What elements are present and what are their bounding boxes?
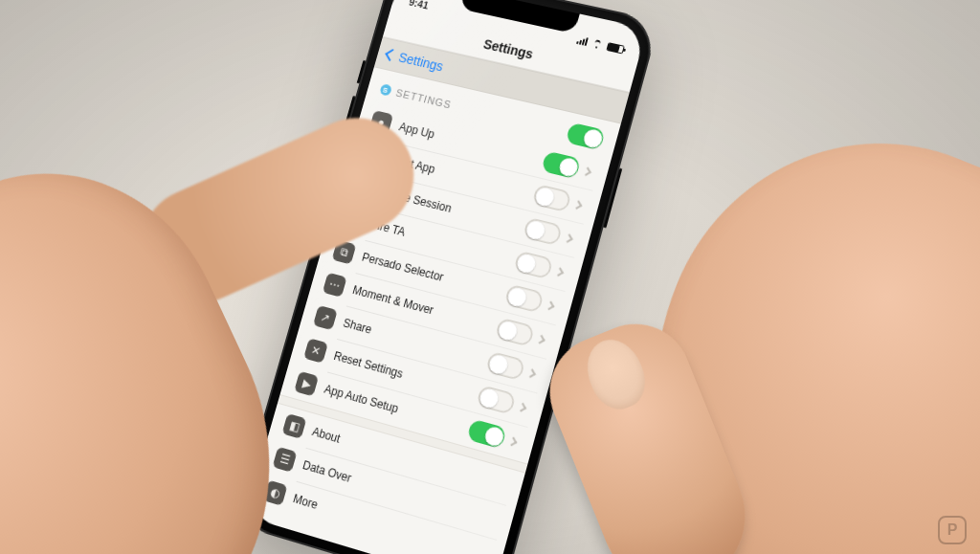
- row-tail: [513, 251, 568, 284]
- dots-icon: ⋯: [323, 273, 347, 298]
- play-icon: ▶: [294, 371, 319, 397]
- toggle-switch[interactable]: [532, 184, 572, 212]
- back-label: Settings: [397, 50, 445, 74]
- row-tail: [532, 184, 588, 216]
- toggle-switch[interactable]: [504, 284, 545, 314]
- row-tail: [523, 217, 578, 250]
- toggle-switch[interactable]: [466, 419, 506, 450]
- chevron-right-icon: [555, 267, 564, 277]
- nav-title: Settings: [482, 36, 535, 61]
- section-toggle[interactable]: [566, 122, 606, 151]
- chevron-right-icon: [508, 436, 517, 446]
- toggle-switch[interactable]: [495, 318, 535, 347]
- list-icon: ☰: [273, 447, 298, 473]
- section-title: SETTINGS: [394, 87, 453, 111]
- chevron-right-icon: [546, 300, 554, 310]
- row-tail: [504, 284, 560, 318]
- chevron-right-icon: [536, 334, 545, 343]
- toggle-switch[interactable]: [485, 351, 525, 381]
- row-tail: [466, 419, 522, 454]
- chevron-right-icon: [573, 200, 582, 210]
- chevron-right-icon: [583, 166, 591, 176]
- wifi-icon: [590, 38, 604, 50]
- row-tail: [495, 318, 550, 351]
- chevron-right-icon: [527, 368, 536, 378]
- chevron-left-icon: [385, 49, 397, 61]
- x-icon: ✕: [303, 338, 328, 364]
- toggle-switch[interactable]: [541, 150, 581, 179]
- watermark: P: [938, 516, 967, 544]
- toggle-switch[interactable]: [476, 385, 516, 415]
- arrow-icon: ↗: [313, 305, 338, 330]
- battery-icon: [606, 42, 625, 54]
- row-tail: [541, 150, 596, 183]
- chevron-right-icon: [564, 233, 572, 243]
- signal-icon: [576, 34, 589, 46]
- chevron-right-icon: [518, 402, 526, 411]
- toggle-switch[interactable]: [523, 217, 563, 246]
- scene: 9:41 Settings Settings: [0, 0, 980, 554]
- section-icon: S: [379, 83, 392, 97]
- status-time: 9:41: [408, 0, 430, 11]
- toggle-switch[interactable]: [513, 251, 553, 280]
- browser-icon: ◧: [281, 413, 306, 439]
